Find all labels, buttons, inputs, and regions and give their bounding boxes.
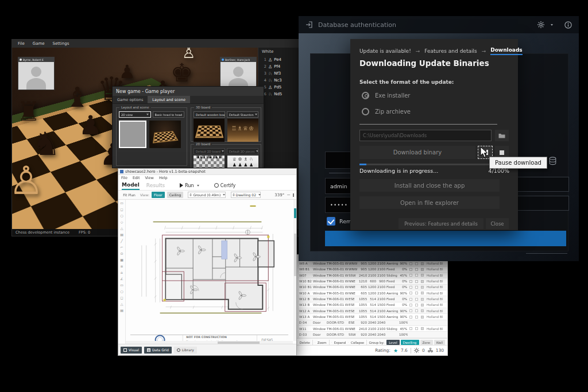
tool-icon[interactable]: ◻: [121, 296, 123, 302]
thumbnail-2d-board[interactable]: ♜♞♝♛♚♝♞♜: [194, 156, 225, 168]
data-grid-tab[interactable]: Data Grid: [144, 347, 172, 354]
checkbox-filled[interactable]: [421, 316, 424, 319]
checkbox[interactable]: [415, 309, 418, 312]
view-mode-select[interactable]: 2D view: [119, 111, 151, 118]
tool-icon[interactable]: △: [121, 226, 123, 232]
tool-icon[interactable]: △: [121, 302, 123, 308]
tab-model[interactable]: Model: [122, 181, 140, 190]
table-row[interactable]: D 04 Door DOOR-STD ESE 920 2040 2040 100…: [295, 320, 447, 326]
checkbox[interactable]: [415, 316, 418, 319]
info-icon[interactable]: [564, 21, 572, 29]
database-icon[interactable]: [549, 157, 556, 165]
checkbox[interactable]: [409, 327, 412, 330]
checkbox[interactable]: [409, 262, 412, 265]
thumbnail-3d-board[interactable]: [194, 119, 225, 142]
expand-button[interactable]: Expand: [334, 341, 346, 344]
checkbox-filled[interactable]: [421, 262, 424, 265]
maximize-control[interactable]: [293, 193, 294, 197]
tab-results[interactable]: Results: [146, 181, 165, 190]
vertical-scrollbar[interactable]: [293, 200, 296, 341]
step-update-available[interactable]: Update is available!: [359, 48, 411, 54]
scrollbar-thumb[interactable]: [294, 234, 296, 276]
remember-checkbox[interactable]: [327, 217, 335, 226]
tool-icon[interactable]: ▦: [120, 258, 123, 264]
radio-row-zip[interactable]: Zip archieve: [362, 107, 411, 116]
connect-button[interactable]: [325, 231, 566, 246]
tool-icon[interactable]: ⊙: [120, 251, 123, 258]
table-row[interactable]: D 03 Door DOOR-STD SSW 920 2040 2040 100…: [295, 332, 447, 337]
checkbox[interactable]: [415, 280, 418, 283]
open-file-explorer-button[interactable]: Open in file explorer: [359, 196, 500, 209]
checkbox[interactable]: [415, 268, 418, 271]
tool-icon[interactable]: ⌐: [120, 245, 123, 251]
tool-icon[interactable]: ⌂: [121, 270, 123, 277]
fit-plan-button[interactable]: Fit Plan: [123, 193, 136, 197]
thumbnail-2d-pieces[interactable]: ♕ ♔ ♗ ♘ ♟ ♟ ♟ ♟: [227, 156, 258, 168]
checkbox-filled[interactable]: [421, 268, 424, 271]
radio-selected-icon[interactable]: [362, 92, 369, 99]
scene-select[interactable]: Basic head to head: [153, 111, 185, 118]
visual-tab[interactable]: Visual: [121, 347, 142, 354]
tab-game-options[interactable]: Game options: [113, 96, 148, 103]
table-row[interactable]: W10 B1 Window TM-006-01 W NNE 605 1200 2…: [295, 285, 447, 290]
checkbox-filled[interactable]: [421, 286, 424, 289]
gear-icon[interactable]: [537, 21, 545, 29]
chess-piece[interactable]: ♜: [17, 98, 40, 125]
floor-plan-drawing[interactable]: NOT FOR CONSTRUCTION These plans were de…: [126, 200, 293, 344]
download-binary-button[interactable]: Download binary: [359, 146, 475, 159]
browse-folder-button[interactable]: [495, 130, 509, 141]
group-by-chip[interactable]: Dwelling: [401, 340, 419, 345]
board-3d-select[interactable]: Default wooden board: [194, 111, 225, 118]
checkbox-filled[interactable]: [421, 292, 424, 294]
db-name-field[interactable]: [512, 177, 569, 192]
checkbox[interactable]: [409, 274, 412, 277]
checkbox[interactable]: [415, 262, 418, 265]
tool-icon[interactable]: ▤: [120, 308, 123, 315]
table-row[interactable]: W12 A Window TM-005-01 W ESE 1055 514 21…: [295, 308, 447, 314]
step-features[interactable]: Features and details: [424, 48, 477, 54]
thumbnail-3d-scene[interactable]: [149, 121, 181, 148]
install-close-button[interactable]: Install and close the app: [359, 179, 500, 192]
zoom-button[interactable]: Zoom: [318, 341, 327, 344]
previous-step-button[interactable]: Previous: Features and details: [399, 218, 483, 229]
group-by-chip[interactable]: Wall: [434, 340, 446, 345]
table-row[interactable]: W07 Window TM-006-01 W SSW 2410 2100 210…: [295, 273, 447, 278]
table-row[interactable]: W10 B2 Window TM-006-01 W NNE 1210 600 9…: [295, 278, 447, 284]
tool-icon[interactable]: ╱: [121, 239, 123, 245]
step-downloads[interactable]: Downloads: [490, 47, 523, 55]
checkbox-filled[interactable]: [421, 327, 424, 330]
table-row[interactable]: W11 Window TM-006-01 W NNE 2410 2100 210…: [295, 326, 447, 332]
checkbox[interactable]: [415, 298, 418, 301]
radio-unselected-icon[interactable]: [362, 108, 369, 115]
selection-handle[interactable]: [164, 299, 166, 301]
table-row[interactable]: W13 A Window TM-005-01 W ESE 1055 514 15…: [295, 314, 447, 320]
highlighted-zone[interactable]: [222, 241, 227, 259]
dwelling-select[interactable]: Dwelling 02: [231, 192, 261, 198]
delete-button[interactable]: Delete: [300, 341, 310, 344]
scrollbar-thumb[interactable]: [218, 341, 260, 344]
group-by-chip[interactable]: Level: [386, 340, 400, 345]
certify-button[interactable]: Certify: [214, 183, 236, 188]
checkbox-filled[interactable]: [421, 298, 424, 301]
minimize-control[interactable]: −: [287, 192, 291, 197]
checkbox-filled[interactable]: [421, 280, 424, 283]
tool-icon[interactable]: ◇: [121, 220, 123, 226]
group-by-chip[interactable]: Zone: [420, 340, 433, 345]
collapse-button[interactable]: Collapse: [351, 341, 364, 344]
chess-piece[interactable]: ♙: [12, 161, 44, 200]
table-row[interactable]: W13 B Window TM-006-01 W ESE 1055 514 15…: [295, 302, 447, 308]
cad-canvas[interactable]: ▭◻○◇△▤╱⌐⊙▦≡⌂∠▭○◻△▤: [118, 200, 296, 344]
checkbox-filled[interactable]: [421, 304, 424, 306]
checkbox[interactable]: [409, 304, 412, 306]
tab-layout-and-scene[interactable]: Layout and scene: [148, 96, 190, 103]
cad-menu-item[interactable]: File: [121, 176, 127, 180]
checkbox[interactable]: [409, 316, 412, 319]
thumbnail-3d-pieces[interactable]: ♖♗♕♔: [227, 119, 258, 142]
checkbox[interactable]: [415, 286, 418, 289]
checkbox[interactable]: [409, 309, 412, 312]
db-titlebar[interactable]: Database authentication: [299, 16, 579, 33]
cad-menu-item[interactable]: Help: [159, 176, 168, 180]
ceiling-toggle[interactable]: Ceiling: [167, 192, 184, 198]
table-row[interactable]: W8 A Window TM-005-01 W WNW 905 1200 210…: [295, 261, 447, 266]
chess-piece[interactable]: ♟: [79, 112, 102, 138]
